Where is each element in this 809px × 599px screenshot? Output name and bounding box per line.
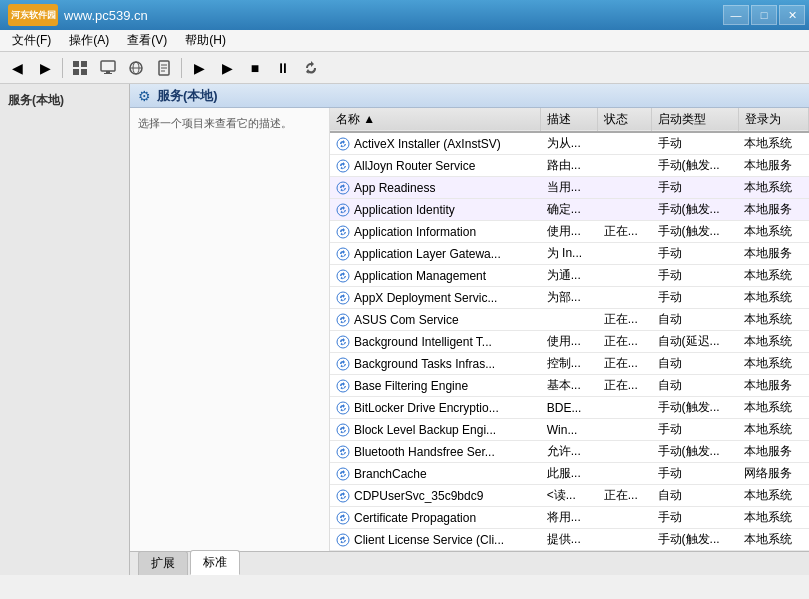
close-button[interactable]: ✕ bbox=[779, 5, 805, 25]
toolbar-restart[interactable] bbox=[298, 55, 324, 81]
window-controls[interactable]: — □ ✕ bbox=[723, 5, 805, 25]
toolbar-back[interactable]: ◀ bbox=[4, 55, 30, 81]
service-desc: 使用... bbox=[541, 331, 598, 353]
service-name: AppX Deployment Servic... bbox=[330, 287, 541, 309]
table-row[interactable]: Certificate Propagation将用...手动本地系统 bbox=[330, 507, 809, 529]
toolbar-btn-web[interactable] bbox=[123, 55, 149, 81]
service-name: Base Filtering Engine bbox=[330, 375, 541, 397]
table-row[interactable]: Background Tasks Infras...控制...正在...自动本地… bbox=[330, 353, 809, 375]
service-desc: 为从... bbox=[541, 132, 598, 155]
service-logon: 本地服务 bbox=[738, 441, 808, 463]
toolbar-stop[interactable]: ■ bbox=[242, 55, 268, 81]
service-logon: 本地系统 bbox=[738, 177, 808, 199]
service-startup: 自动 bbox=[652, 375, 739, 397]
tab-扩展[interactable]: 扩展 bbox=[138, 551, 188, 575]
col-startup[interactable]: 启动类型 bbox=[652, 108, 739, 132]
table-row[interactable]: Client License Service (Cli...提供...手动(触发… bbox=[330, 529, 809, 551]
service-name: Background Intelligent T... bbox=[330, 331, 541, 353]
table-row[interactable]: Background Intelligent T...使用...正在...自动(… bbox=[330, 331, 809, 353]
service-desc: 允许... bbox=[541, 441, 598, 463]
service-desc: 当用... bbox=[541, 177, 598, 199]
service-logon: 本地服务 bbox=[738, 375, 808, 397]
service-desc: 使用... bbox=[541, 221, 598, 243]
service-desc: 将用... bbox=[541, 507, 598, 529]
toolbar-play2[interactable]: ▶ bbox=[214, 55, 240, 81]
menu-help[interactable]: 帮助(H) bbox=[177, 30, 234, 51]
service-status: 正在... bbox=[598, 221, 652, 243]
service-name: Bluetooth Handsfree Ser... bbox=[330, 441, 541, 463]
table-row[interactable]: Application Layer Gatewa...为 In...手动本地服务 bbox=[330, 243, 809, 265]
panel-header: ⚙ 服务(本地) bbox=[130, 84, 809, 108]
table-row[interactable]: ActiveX Installer (AxInstSV)为从...手动本地系统 bbox=[330, 132, 809, 155]
service-logon: 本地服务 bbox=[738, 199, 808, 221]
toolbar-play[interactable]: ▶ bbox=[186, 55, 212, 81]
title-bar: 河东软件园 www.pc539.cn — □ ✕ bbox=[0, 0, 809, 30]
table-row[interactable]: Application Information使用...正在...手动(触发..… bbox=[330, 221, 809, 243]
table-row[interactable]: Application Identity确定...手动(触发...本地服务 bbox=[330, 199, 809, 221]
desc-label: 选择一个项目来查看它的描述。 bbox=[138, 117, 292, 129]
service-logon: 本地系统 bbox=[738, 397, 808, 419]
service-logon: 本地系统 bbox=[738, 309, 808, 331]
service-startup: 手动 bbox=[652, 132, 739, 155]
service-name: AllJoyn Router Service bbox=[330, 155, 541, 177]
service-startup: 手动 bbox=[652, 507, 739, 529]
service-logon: 本地系统 bbox=[738, 265, 808, 287]
service-startup: 手动 bbox=[652, 463, 739, 485]
table-row[interactable]: ASUS Com Service正在...自动本地系统 bbox=[330, 309, 809, 331]
service-desc: 基本... bbox=[541, 375, 598, 397]
menu-view[interactable]: 查看(V) bbox=[119, 30, 175, 51]
table-row[interactable]: Base Filtering Engine基本...正在...自动本地服务 bbox=[330, 375, 809, 397]
toolbar-btn-monitor[interactable] bbox=[95, 55, 121, 81]
service-desc: 此服... bbox=[541, 463, 598, 485]
service-name: ActiveX Installer (AxInstSV) bbox=[330, 132, 541, 155]
table-row[interactable]: CDPUserSvc_35c9bdc9<读...正在...自动本地系统 bbox=[330, 485, 809, 507]
toolbar-btn-grid[interactable] bbox=[67, 55, 93, 81]
table-row[interactable]: AppX Deployment Servic...为部...手动本地系统 bbox=[330, 287, 809, 309]
col-name[interactable]: 名称 ▲ bbox=[330, 108, 541, 132]
toolbar-pause[interactable]: ⏸ bbox=[270, 55, 296, 81]
table-row[interactable]: BranchCache此服...手动网络服务 bbox=[330, 463, 809, 485]
minimize-button[interactable]: — bbox=[723, 5, 749, 25]
main-content: 服务(本地) ⚙ 服务(本地) 选择一个项目来查看它的描述。 名称 ▲ bbox=[0, 84, 809, 575]
maximize-button[interactable]: □ bbox=[751, 5, 777, 25]
service-desc: 控制... bbox=[541, 353, 598, 375]
service-startup: 手动(触发... bbox=[652, 199, 739, 221]
toolbar-sep2 bbox=[181, 58, 182, 78]
tab-标准[interactable]: 标准 bbox=[190, 550, 240, 575]
service-logon: 本地系统 bbox=[738, 287, 808, 309]
service-name: Certificate Propagation bbox=[330, 507, 541, 529]
service-status bbox=[598, 463, 652, 485]
menu-action[interactable]: 操作(A) bbox=[61, 30, 117, 51]
service-status bbox=[598, 265, 652, 287]
toolbar-forward[interactable]: ▶ bbox=[32, 55, 58, 81]
table-row[interactable]: Block Level Backup Engi...Win...手动本地系统 bbox=[330, 419, 809, 441]
table-row[interactable]: Application Management为通...手动本地系统 bbox=[330, 265, 809, 287]
table-area[interactable]: 名称 ▲ 描述 状态 启动类型 登录为 ActiveX Installer (A… bbox=[330, 108, 809, 551]
service-desc: 路由... bbox=[541, 155, 598, 177]
svg-rect-1 bbox=[81, 61, 87, 67]
menu-file[interactable]: 文件(F) bbox=[4, 30, 59, 51]
table-row[interactable]: BitLocker Drive Encryptio...BDE...手动(触发.… bbox=[330, 397, 809, 419]
svg-rect-0 bbox=[73, 61, 79, 67]
services-table: 名称 ▲ 描述 状态 启动类型 登录为 ActiveX Installer (A… bbox=[330, 108, 809, 551]
sidebar-title: 服务(本地) bbox=[8, 92, 121, 109]
service-name: Block Level Backup Engi... bbox=[330, 419, 541, 441]
service-name: BitLocker Drive Encryptio... bbox=[330, 397, 541, 419]
toolbar-btn-doc[interactable] bbox=[151, 55, 177, 81]
service-name: App Readiness bbox=[330, 177, 541, 199]
table-row[interactable]: AllJoyn Router Service路由...手动(触发...本地服务 bbox=[330, 155, 809, 177]
service-logon: 本地系统 bbox=[738, 132, 808, 155]
svg-rect-3 bbox=[81, 69, 87, 75]
table-row[interactable]: Bluetooth Handsfree Ser...允许...手动(触发...本… bbox=[330, 441, 809, 463]
toolbar: ◀ ▶ ▶ ▶ ■ ⏸ bbox=[0, 52, 809, 84]
col-status[interactable]: 状态 bbox=[598, 108, 652, 132]
app-logo: 河东软件园 bbox=[8, 4, 58, 26]
col-logon[interactable]: 登录为 bbox=[738, 108, 808, 132]
col-desc[interactable]: 描述 bbox=[541, 108, 598, 132]
service-name: BranchCache bbox=[330, 463, 541, 485]
service-logon: 本地系统 bbox=[738, 331, 808, 353]
table-row[interactable]: App Readiness当用...手动本地系统 bbox=[330, 177, 809, 199]
service-logon: 本地服务 bbox=[738, 155, 808, 177]
service-status bbox=[598, 177, 652, 199]
service-startup: 手动 bbox=[652, 419, 739, 441]
